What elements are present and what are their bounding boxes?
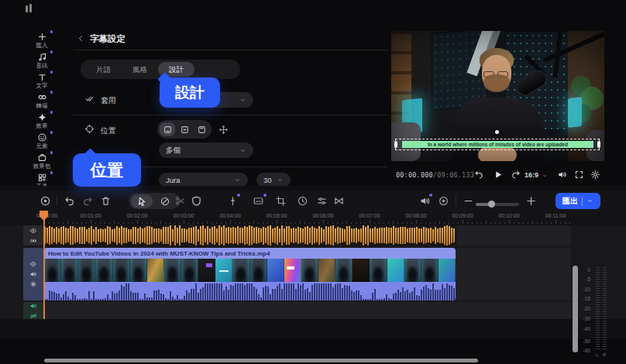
waveform-bar <box>53 292 55 300</box>
preview-volume-button[interactable] <box>557 170 567 180</box>
waveform-bar <box>165 227 167 245</box>
redo-button[interactable] <box>82 195 94 207</box>
delete-button[interactable] <box>100 195 112 207</box>
waveform-bar <box>193 227 194 244</box>
timeline-zoom-slider[interactable] <box>476 203 519 206</box>
timeline-ruler[interactable]: 00:00:0000:01:0000:02:0000:03:0000:04:00… <box>0 211 626 225</box>
keyframe-button[interactable] <box>438 195 449 207</box>
shield-tool-button[interactable] <box>191 195 202 207</box>
link-icon[interactable] <box>29 237 37 245</box>
undo-button[interactable] <box>64 195 75 207</box>
subtitle-text-bar[interactable]: In a world where millions of minutes of … <box>402 141 593 148</box>
tab-phrase[interactable]: 片語 <box>85 62 122 77</box>
zoom-out-button[interactable] <box>463 195 474 207</box>
ruler-tick <box>235 222 236 224</box>
waveform-bar <box>56 227 57 243</box>
ruler-tick <box>267 222 268 224</box>
waveform-bar <box>156 290 157 300</box>
waveform-bar <box>165 298 167 300</box>
sidebar-item-audio[interactable]: 音訊 <box>28 51 56 71</box>
horizontal-scrollbar[interactable] <box>44 359 478 362</box>
waveform-bar <box>404 227 406 244</box>
waveform-bar <box>139 299 141 300</box>
aspect-ratio-selector[interactable]: 16:9 <box>525 171 538 179</box>
split-button[interactable] <box>174 195 186 207</box>
waveform-bar <box>393 226 394 246</box>
jump-back-button[interactable] <box>473 170 483 180</box>
adjust-button[interactable] <box>316 195 328 207</box>
waveform-bar <box>381 228 383 243</box>
ruler-tick <box>328 222 328 224</box>
fullscreen-button[interactable] <box>574 170 584 180</box>
waveform-bar <box>267 226 269 245</box>
video-clip[interactable]: How to Edit YouTube Videos in 2024 with … <box>44 248 456 300</box>
audio-clip[interactable] <box>44 225 457 246</box>
speed-button[interactable] <box>297 195 308 207</box>
magic-icon[interactable] <box>29 280 37 288</box>
eye-icon[interactable] <box>29 260 37 268</box>
waveform-bar <box>330 226 332 246</box>
zoom-slider-handle[interactable] <box>488 201 495 208</box>
speech-to-text-button[interactable] <box>253 195 264 207</box>
align-middle-button[interactable] <box>177 122 192 136</box>
sidebar-item-effects[interactable]: 效果 <box>28 112 56 132</box>
vertical-scrollbar[interactable] <box>573 266 578 352</box>
speaker-icon[interactable] <box>29 302 37 310</box>
unlink-icon[interactable] <box>29 312 37 320</box>
record-button[interactable] <box>40 195 51 207</box>
divider <box>582 197 583 206</box>
align-top-button[interactable] <box>194 122 209 136</box>
waveform-bar <box>144 228 146 242</box>
waveform-bar <box>267 287 269 300</box>
select-tool-button[interactable] <box>131 194 153 208</box>
export-button[interactable]: 匯出 <box>555 193 600 209</box>
waveform-bar <box>128 283 129 300</box>
waveform-bar <box>400 292 401 300</box>
app-logo <box>26 4 33 12</box>
waveform-bar <box>351 290 353 300</box>
transition-button[interactable] <box>333 195 345 207</box>
waveform-bar <box>174 225 176 245</box>
preview-settings-button[interactable] <box>590 170 600 180</box>
audio-level-meter: 0-5-10-15-20-30-40-50-60LR <box>580 266 614 360</box>
sidebar-item-text[interactable]: 文字 <box>28 71 56 91</box>
waveform-bar <box>223 290 225 300</box>
preview-viewport[interactable]: In a world where millions of minutes of … <box>391 31 604 161</box>
subtitle-right-handle[interactable] <box>597 141 600 148</box>
tab-style[interactable]: 風格 <box>122 62 158 77</box>
ruler-label: 00:11:00 <box>545 213 566 218</box>
timeline-volume-button[interactable] <box>419 195 431 207</box>
waveform-bar <box>404 291 406 300</box>
jump-forward-button[interactable] <box>511 170 521 180</box>
sidebar-item-transitions[interactable]: 轉場 <box>28 91 56 112</box>
sidebar-item-effect-pack[interactable]: 效果包 <box>28 152 56 172</box>
position-mode-dropdown[interactable]: 多個 <box>159 143 253 158</box>
waveform-bar <box>149 297 150 300</box>
razor-tool-button[interactable] <box>154 194 176 208</box>
subtitle-anchor-handle[interactable] <box>495 130 499 134</box>
align-bottom-button[interactable] <box>160 122 175 136</box>
speaker-icon[interactable] <box>29 270 37 278</box>
subtitle-left-handle[interactable] <box>394 141 397 148</box>
back-icon[interactable] <box>77 34 85 43</box>
sidebar-item-import[interactable]: 匯入 <box>28 31 56 51</box>
waveform-bar <box>374 227 376 244</box>
thumbnail-frame <box>130 259 147 282</box>
eye-icon[interactable] <box>29 227 37 235</box>
ruler-tick <box>277 220 277 224</box>
subtitle-selection-box[interactable]: In a world where millions of minutes of … <box>395 139 600 150</box>
free-move-button[interactable] <box>218 125 229 135</box>
ruler-tick <box>258 222 259 224</box>
ruler-tick <box>356 222 356 224</box>
waveform-bar <box>77 228 78 242</box>
sidebar-item-elements[interactable]: 元素 <box>28 132 56 152</box>
track-lane-voice[interactable] <box>44 302 571 319</box>
ruler-tick <box>225 222 226 224</box>
waveform-bar <box>400 227 401 244</box>
play-button[interactable] <box>492 169 504 180</box>
zoom-in-button[interactable] <box>525 195 537 207</box>
track-header-video <box>23 248 43 300</box>
waveform-bar <box>416 295 418 300</box>
audio-mixer-button[interactable] <box>227 195 239 207</box>
crop-button[interactable] <box>275 195 287 207</box>
